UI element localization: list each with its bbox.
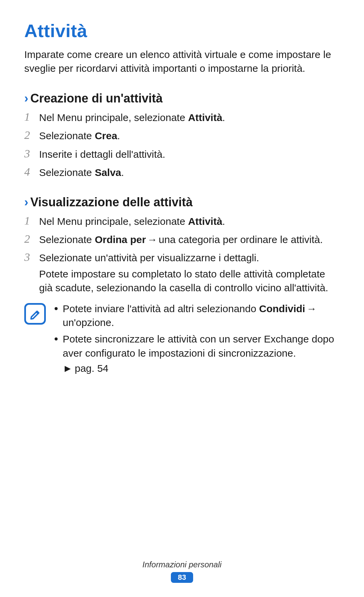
step-text: Inserite i dettagli dell'attività. [39, 147, 165, 161]
note-icon [24, 303, 46, 325]
step-item: 2 Selezionate Ordina per → una categoria… [24, 232, 340, 246]
step-item: 1 Nel Menu principale, selezionate Attiv… [24, 214, 340, 228]
intro-paragraph: Imparate come creare un elenco attività … [24, 48, 340, 75]
step-number: 4 [24, 165, 39, 179]
page-number: 83 [171, 572, 193, 583]
note-box: Potete inviare l'attività ad altri selez… [24, 302, 340, 375]
step-item: 1 Nel Menu principale, selezionate Attiv… [24, 110, 340, 124]
subheading-create: › Creazione di un'attività [24, 91, 340, 106]
step-text: Selezionate un'attività per visualizzarn… [39, 250, 340, 295]
note-bullet: Potete inviare l'attività ad altri selez… [53, 302, 340, 330]
step-text: Selezionate Salva. [39, 165, 124, 179]
step-item: 2 Selezionate Crea. [24, 128, 340, 143]
step-number: 1 [24, 214, 39, 228]
step-number: 1 [24, 110, 39, 124]
page-title: Attività [24, 20, 340, 41]
triangle-icon: ► [63, 363, 73, 374]
page-reference: ►pag. 54 [53, 363, 340, 374]
step-item: 4 Selezionate Salva. [24, 165, 340, 179]
note-bullet: Potete sincronizzare le attività con un … [53, 332, 340, 360]
chevron-icon: › [24, 92, 28, 105]
footer-section-label: Informazioni personali [0, 560, 364, 569]
subheading-view: › Visualizzazione delle attività [24, 195, 340, 209]
step-item: 3 Selezionate un'attività per visualizza… [24, 250, 340, 295]
step-text: Nel Menu principale, selezionate Attivit… [39, 110, 225, 124]
step-number: 3 [24, 250, 39, 264]
subheading-text: Visualizzazione delle attività [30, 195, 193, 209]
step-text: Selezionate Ordina per → una categoria p… [39, 232, 323, 246]
chevron-icon: › [24, 196, 28, 208]
note-list: Potete inviare l'attività ad altri selez… [53, 302, 340, 360]
steps-create: 1 Nel Menu principale, selezionate Attiv… [24, 110, 340, 180]
step-number: 3 [24, 147, 39, 161]
step-number: 2 [24, 128, 39, 142]
step-text: Nel Menu principale, selezionate Attivit… [39, 214, 225, 228]
subheading-text: Creazione di un'attività [30, 91, 163, 106]
manual-page: Attività Imparate come creare un elenco … [0, 0, 364, 597]
step-text: Selezionate Crea. [39, 128, 120, 143]
steps-view: 1 Nel Menu principale, selezionate Attiv… [24, 214, 340, 295]
page-footer: Informazioni personali 83 [0, 560, 364, 583]
step-item: 3 Inserite i dettagli dell'attività. [24, 147, 340, 161]
note-content: Potete inviare l'attività ad altri selez… [53, 302, 340, 375]
step-number: 2 [24, 232, 39, 246]
